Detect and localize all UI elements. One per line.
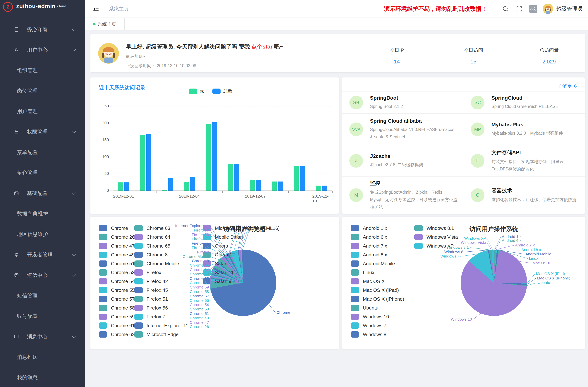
tech-desc: Spring Cloud Greenwich.RELEASE (491, 103, 580, 110)
pie2-card-pie[interactable] (461, 250, 527, 316)
legend-item-Chrome 65[interactable]: Chrome 65 (134, 243, 170, 249)
legend-item-Chrome 55[interactable]: Chrome 55 (99, 287, 135, 293)
fullscreen-icon[interactable] (515, 5, 523, 13)
legend-swatch-total[interactable] (212, 89, 221, 94)
legend-item-Chrome 53[interactable]: Chrome 53 (99, 269, 135, 276)
legend-item-Android 1.x[interactable]: Android 1.x (351, 225, 387, 231)
legend-item-Chrome 54[interactable]: Chrome 54 (99, 278, 135, 285)
legend-item-Firefox 45[interactable]: Firefox 45 (134, 287, 168, 293)
legend-item-Firefox 51[interactable]: Firefox 51 (134, 296, 168, 302)
legend-item-Chrome 59[interactable]: Chrome 59 (99, 314, 135, 320)
gridline-250 (113, 106, 332, 106)
legend-item-Firefox 56[interactable]: Firefox 56 (134, 305, 168, 311)
search-icon[interactable] (502, 5, 509, 13)
legend-item-Chrome 57[interactable]: Chrome 57 (99, 296, 135, 302)
legend-swatch (351, 234, 359, 240)
sidebar-item-label: 基础配置 (27, 190, 48, 197)
legend-item-Windows Vista[interactable]: Windows Vista (414, 234, 458, 240)
greeting-mood: 疯狂加班~ (126, 54, 145, 60)
legend-swatch (99, 225, 107, 231)
legend-item-Chrome 49[interactable]: Chrome 49 (99, 252, 135, 258)
logo[interactable]: Z zuihou-admin cloud (0, 0, 85, 19)
callout-Android 7.x: Android 7.x (515, 243, 535, 247)
sidebar-item-6[interactable]: 菜单配置 (0, 142, 85, 163)
legend-swatch (99, 323, 107, 329)
legend-item-Mac OS X (iPad)[interactable]: Mac OS X (iPad) (351, 287, 399, 293)
legend-item-Android Mobile[interactable]: Android Mobile (351, 261, 395, 267)
sidebar-item-14[interactable]: 账号配置 (0, 306, 85, 326)
legend-item-Chrome 8[interactable]: Chrome 8 (134, 252, 168, 258)
gridline-50 (113, 174, 332, 174)
sidebar-item-17[interactable]: 我的消息 (0, 367, 85, 387)
legend-swatch (134, 287, 143, 293)
sidebar-item-15[interactable]: 消息中心 (0, 326, 85, 347)
sidebar-item-11[interactable]: 开发者管理 (0, 244, 85, 265)
legend-item-Chrome Mobile[interactable]: Chrome Mobile (134, 261, 179, 267)
tech-cell-body: Spring Cloud alibabaSpringCloudAlibaba2.… (370, 118, 458, 141)
callout-Chrome: Chrome (276, 310, 290, 315)
sidebar-item-10[interactable]: 地区信息维护 (0, 224, 85, 244)
legend-swatch-you[interactable] (189, 89, 197, 94)
legend-swatch (351, 305, 359, 311)
sidebar-item-5[interactable]: 权限管理 (0, 122, 85, 142)
legend-item-Chrome[interactable]: Chrome (99, 225, 128, 231)
legend-item-Firefox 42[interactable]: Firefox 42 (134, 278, 168, 285)
legend-swatch (99, 305, 107, 311)
legend-label-total[interactable]: 总数 (223, 88, 232, 94)
legend-item-Chrome 62[interactable]: Chrome 62 (99, 331, 135, 338)
sidebar-item-7[interactable]: 角色管理 (0, 163, 85, 183)
tech-grid: SBSpringBootSpring Boot 2.1.2SCSpringClo… (342, 91, 585, 214)
legend-item-Chrome 47[interactable]: Chrome 47 (99, 243, 135, 249)
legend-item-Chrome 58[interactable]: Chrome 58 (99, 305, 135, 311)
sidebar-item-2[interactable]: 组织管理 (0, 60, 85, 81)
y-tick (110, 123, 112, 123)
legend-swatch (351, 331, 359, 338)
sidebar-item-1[interactable]: 用户中心 (0, 40, 85, 60)
legend-item-Windows 10[interactable]: Windows 10 (351, 314, 389, 320)
legend-item-Android 7.x[interactable]: Android 7.x (351, 243, 387, 249)
sidebar-item-8[interactable]: 基础配置 (0, 183, 85, 204)
legend-item-Mac OS X[interactable]: Mac OS X (351, 278, 385, 285)
language-icon[interactable]: A文 (529, 5, 537, 13)
legend-label: Android Mobile (363, 261, 395, 266)
legend-label: Chrome 54 (111, 279, 135, 284)
logo-icon: Z (3, 2, 13, 12)
legend-item-Mac OS X (iPhone)[interactable]: Mac OS X (iPhone) (351, 296, 404, 302)
legend-item-Android 6.x[interactable]: Android 6.x (351, 234, 387, 240)
legend-item-Chrome 63[interactable]: Chrome 63 (134, 225, 170, 231)
tech-title: Spring Cloud alibaba (370, 118, 458, 124)
sidebar-item-13[interactable]: 短信管理 (0, 285, 85, 306)
tab-system-home[interactable]: 系统主页 (85, 18, 125, 30)
learn-more-link[interactable]: 了解更多 (557, 83, 577, 89)
legend-item-Chrome 61[interactable]: Chrome 61 (99, 323, 135, 329)
sidebar-item-16[interactable]: 消息推送 (0, 347, 85, 367)
legend-item-Firefox 7[interactable]: Firefox 7 (134, 314, 165, 320)
legend-label: Firefox (147, 270, 161, 275)
bar-you-2019-12-04 (184, 182, 189, 191)
sidebar-item-4[interactable]: 用户管理 (0, 101, 85, 122)
legend-swatch (99, 296, 107, 302)
legend-item-Internet Explorer 11[interactable]: Internet Explorer 11 (134, 323, 188, 329)
sidebar-item-9[interactable]: 数据字典维护 (0, 204, 85, 224)
username[interactable]: 超级管理员 (556, 5, 583, 13)
legend-item-Microsoft Edge[interactable]: Microsoft Edge (134, 331, 178, 338)
sidebar-item-3[interactable]: 岗位管理 (0, 81, 85, 101)
browser-pie-card: 访问用户浏览器 ChromeChrome 26Chrome 47Chrome 4… (90, 217, 339, 349)
avatar[interactable] (543, 4, 553, 14)
legend-label-you[interactable]: 您 (200, 88, 204, 94)
legend-item-Chrome 64[interactable]: Chrome 64 (134, 234, 170, 240)
star-link[interactable]: 点个star (251, 43, 273, 50)
demo-warning-text: 演示环境维护不易，请勿乱删乱改数据！ (384, 5, 487, 13)
legend-item-Chrome 51[interactable]: Chrome 51 (99, 261, 135, 267)
legend-item-Linux[interactable]: Linux (351, 269, 374, 276)
legend-item-Android 8.x[interactable]: Android 8.x (351, 252, 387, 258)
sidebar-item-0[interactable]: 务必详看 (0, 19, 85, 40)
legend-item-Ubuntu[interactable]: Ubuntu (351, 305, 378, 311)
sidebar-item-12[interactable]: 短信中心 (0, 265, 85, 285)
legend-item-Chrome 26[interactable]: Chrome 26 (99, 234, 135, 240)
legend-item-Windows 7[interactable]: Windows 7 (351, 323, 386, 329)
legend-item-Windows 8.1[interactable]: Windows 8.1 (414, 225, 454, 231)
legend-item-Firefox[interactable]: Firefox (134, 269, 161, 276)
collapse-menu-icon[interactable] (93, 5, 99, 12)
legend-item-Windows 8[interactable]: Windows 8 (351, 331, 386, 338)
